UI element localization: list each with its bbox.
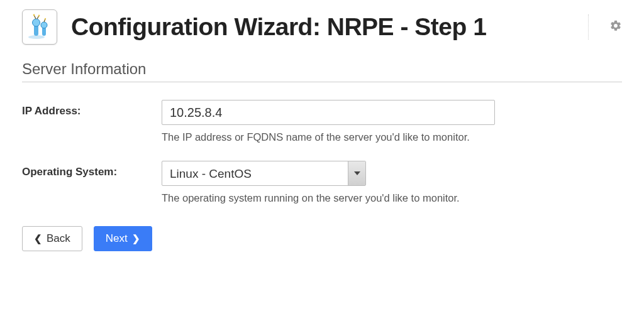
section-title: Server Information xyxy=(22,60,622,82)
operating-system-select[interactable]: Linux - CentOS xyxy=(162,161,366,186)
svg-point-9 xyxy=(38,15,40,17)
chevron-right-icon: ❯ xyxy=(132,233,140,244)
ip-help-text: The IP address or FQDNS name of the serv… xyxy=(162,131,622,143)
ip-field-wrap: The IP address or FQDNS name of the serv… xyxy=(162,100,622,143)
back-button[interactable]: ❮ Back xyxy=(22,226,82,251)
form-row-os: Operating System: Linux - CentOS The ope… xyxy=(22,161,622,204)
os-field-wrap: Linux - CentOS The operating system runn… xyxy=(162,161,622,204)
button-row: ❮ Back Next ❯ xyxy=(22,226,622,251)
form-row-ip: IP Address: The IP address or FQDNS name… xyxy=(22,100,622,143)
back-button-label: Back xyxy=(47,232,70,245)
page-title: Configuration Wizard: NRPE - Step 1 xyxy=(71,13,588,41)
svg-point-11 xyxy=(45,18,46,19)
nrpe-wizard-icon xyxy=(22,9,57,45)
svg-point-5 xyxy=(41,22,47,28)
os-help-text: The operating system running on the serv… xyxy=(162,192,622,204)
section-divider xyxy=(22,82,622,82)
gear-icon[interactable] xyxy=(609,19,622,35)
next-button[interactable]: Next ❯ xyxy=(94,226,152,251)
next-button-label: Next xyxy=(106,232,128,245)
ip-address-input[interactable] xyxy=(162,100,495,125)
ip-label: IP Address: xyxy=(22,100,162,117)
svg-point-7 xyxy=(33,14,35,16)
chevron-left-icon: ❮ xyxy=(34,233,42,244)
os-label: Operating System: xyxy=(22,161,162,178)
page-header: Configuration Wizard: NRPE - Step 1 xyxy=(22,9,622,45)
os-select-wrap: Linux - CentOS xyxy=(162,161,366,186)
header-actions xyxy=(588,14,622,40)
